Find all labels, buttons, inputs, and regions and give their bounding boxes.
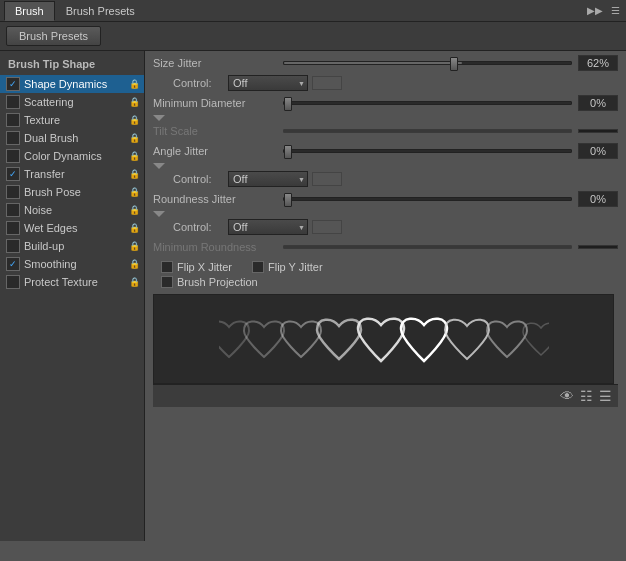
flip-y-checkbox[interactable] bbox=[252, 261, 264, 273]
main-layout: Brush Tip Shape ✓ Shape Dynamics 🔒 Scatt… bbox=[0, 51, 626, 541]
angle-jitter-label: Angle Jitter bbox=[153, 145, 283, 157]
sidebar-item-transfer[interactable]: ✓ Transfer 🔒 bbox=[0, 165, 144, 183]
sidebar-item-dual-brush[interactable]: Dual Brush 🔒 bbox=[0, 129, 144, 147]
sidebar-item-scattering[interactable]: Scattering 🔒 bbox=[0, 93, 144, 111]
sidebar-item-build-up[interactable]: Build-up 🔒 bbox=[0, 237, 144, 255]
tilt-scale-label: Tilt Scale bbox=[153, 125, 283, 137]
tab-bar: Brush Brush Presets ▶▶ ☰ bbox=[0, 0, 626, 22]
sidebar-label-scattering: Scattering bbox=[24, 96, 127, 108]
min-roundness-label: Minimum Roundness bbox=[153, 241, 283, 253]
sidebar-item-protect-texture[interactable]: Protect Texture 🔒 bbox=[0, 273, 144, 291]
control2-label: Control: bbox=[173, 173, 228, 185]
tab-brush[interactable]: Brush bbox=[4, 1, 55, 21]
checkbox-transfer[interactable]: ✓ bbox=[6, 167, 20, 181]
lock-icon-color-dynamics: 🔒 bbox=[129, 151, 140, 161]
min-roundness-slider[interactable] bbox=[283, 239, 572, 255]
sidebar-label-dual-brush: Dual Brush bbox=[24, 132, 127, 144]
menu-icon[interactable]: ☰ bbox=[599, 388, 612, 404]
lock-icon-noise: 🔒 bbox=[129, 205, 140, 215]
checkbox-dual-brush[interactable] bbox=[6, 131, 20, 145]
lock-icon-wet-edges: 🔒 bbox=[129, 223, 140, 233]
control3-extra-box bbox=[312, 220, 342, 234]
lock-icon-texture: 🔒 bbox=[129, 115, 140, 125]
lock-icon-build-up: 🔒 bbox=[129, 241, 140, 251]
roundness-jitter-label: Roundness Jitter bbox=[153, 193, 283, 205]
size-jitter-row: Size Jitter 62% bbox=[153, 55, 618, 71]
sidebar-item-noise[interactable]: Noise 🔒 bbox=[0, 201, 144, 219]
brush-projection-item[interactable]: Brush Projection bbox=[161, 276, 258, 288]
flip-x-jitter-item[interactable]: Flip X Jitter bbox=[161, 261, 232, 273]
sidebar-item-shape-dynamics[interactable]: ✓ Shape Dynamics 🔒 bbox=[0, 75, 144, 93]
checkbox-protect-texture[interactable] bbox=[6, 275, 20, 289]
roundness-jitter-row: Roundness Jitter 0% bbox=[153, 191, 618, 207]
min-diameter-label: Minimum Diameter bbox=[153, 97, 283, 109]
grid-icon[interactable]: ☷ bbox=[580, 388, 593, 404]
tab-menu-icon[interactable]: ☰ bbox=[609, 5, 622, 16]
sidebar-item-texture[interactable]: Texture 🔒 bbox=[0, 111, 144, 129]
lock-icon-smoothing: 🔒 bbox=[129, 259, 140, 269]
sidebar-item-color-dynamics[interactable]: Color Dynamics 🔒 bbox=[0, 147, 144, 165]
checkbox-color-dynamics[interactable] bbox=[6, 149, 20, 163]
tab-arrow-icon[interactable]: ▶▶ bbox=[585, 5, 605, 16]
brush-projection-checkbox[interactable] bbox=[161, 276, 173, 288]
control3-select-wrapper: Off Fade Pen Pressure bbox=[228, 219, 308, 235]
preview-area bbox=[153, 294, 614, 384]
control2-extra-box bbox=[312, 172, 342, 186]
angle-jitter-value[interactable]: 0% bbox=[578, 143, 618, 159]
min-diameter-row: Minimum Diameter 0% bbox=[153, 95, 618, 111]
lock-icon-scattering: 🔒 bbox=[129, 97, 140, 107]
checkbox-texture[interactable] bbox=[6, 113, 20, 127]
control2-row: Control: Off Fade Pen Pressure bbox=[153, 171, 618, 187]
sidebar-label-color-dynamics: Color Dynamics bbox=[24, 150, 127, 162]
control3-select[interactable]: Off Fade Pen Pressure bbox=[228, 219, 308, 235]
control1-select-wrapper: Off Fade Pen Pressure Pen Tilt bbox=[228, 75, 308, 91]
lock-icon-shape-dynamics: 🔒 bbox=[129, 79, 140, 89]
size-jitter-slider[interactable] bbox=[283, 55, 572, 71]
checkbox-build-up[interactable] bbox=[6, 239, 20, 253]
sidebar-label-texture: Texture bbox=[24, 114, 127, 126]
size-jitter-value[interactable]: 62% bbox=[578, 55, 618, 71]
checkbox-scattering[interactable] bbox=[6, 95, 20, 109]
angle-jitter-slider[interactable] bbox=[283, 143, 572, 159]
divider2 bbox=[153, 163, 618, 169]
control1-select[interactable]: Off Fade Pen Pressure Pen Tilt bbox=[228, 75, 308, 91]
checkbox-noise[interactable] bbox=[6, 203, 20, 217]
checkbox-wet-edges[interactable] bbox=[6, 221, 20, 235]
tilt-scale-slider[interactable] bbox=[283, 123, 572, 139]
control3-label: Control: bbox=[173, 221, 228, 233]
control1-row: Control: Off Fade Pen Pressure Pen Tilt bbox=[153, 75, 618, 91]
lock-icon-protect-texture: 🔒 bbox=[129, 277, 140, 287]
eye-icon[interactable]: 👁 bbox=[560, 388, 574, 404]
min-roundness-value bbox=[578, 245, 618, 249]
tab-brush-presets[interactable]: Brush Presets bbox=[55, 1, 146, 21]
sidebar-label-brush-pose: Brush Pose bbox=[24, 186, 127, 198]
brush-presets-button[interactable]: Brush Presets bbox=[6, 26, 101, 46]
checkbox-brush-pose[interactable] bbox=[6, 185, 20, 199]
min-diameter-value[interactable]: 0% bbox=[578, 95, 618, 111]
control2-select[interactable]: Off Fade Pen Pressure bbox=[228, 171, 308, 187]
divider1 bbox=[153, 115, 618, 121]
flip-x-label: Flip X Jitter bbox=[177, 261, 232, 273]
control3-row: Control: Off Fade Pen Pressure bbox=[153, 219, 618, 235]
sidebar-label-build-up: Build-up bbox=[24, 240, 127, 252]
brush-projection-label: Brush Projection bbox=[177, 276, 258, 288]
preview-footer: 👁 ☷ ☰ bbox=[153, 384, 618, 407]
min-diameter-slider[interactable] bbox=[283, 95, 572, 111]
size-jitter-label: Size Jitter bbox=[153, 57, 283, 69]
sidebar-item-smoothing[interactable]: ✓ Smoothing 🔒 bbox=[0, 255, 144, 273]
hearts-preview bbox=[219, 302, 549, 377]
checkbox-shape-dynamics[interactable]: ✓ bbox=[6, 77, 20, 91]
flip-x-checkbox[interactable] bbox=[161, 261, 173, 273]
control1-label: Control: bbox=[173, 77, 228, 89]
sidebar-item-brush-pose[interactable]: Brush Pose 🔒 bbox=[0, 183, 144, 201]
flip-y-jitter-item[interactable]: Flip Y Jitter bbox=[252, 261, 323, 273]
roundness-jitter-value[interactable]: 0% bbox=[578, 191, 618, 207]
sidebar-label-noise: Noise bbox=[24, 204, 127, 216]
divider3 bbox=[153, 211, 618, 217]
checkboxes-row: Flip X Jitter Flip Y Jitter bbox=[153, 261, 618, 273]
checkbox-smoothing[interactable]: ✓ bbox=[6, 257, 20, 271]
sidebar-section-title: Brush Tip Shape bbox=[0, 55, 144, 73]
roundness-jitter-slider[interactable] bbox=[283, 191, 572, 207]
brush-projection-row[interactable]: Brush Projection bbox=[153, 276, 618, 288]
sidebar-item-wet-edges[interactable]: Wet Edges 🔒 bbox=[0, 219, 144, 237]
